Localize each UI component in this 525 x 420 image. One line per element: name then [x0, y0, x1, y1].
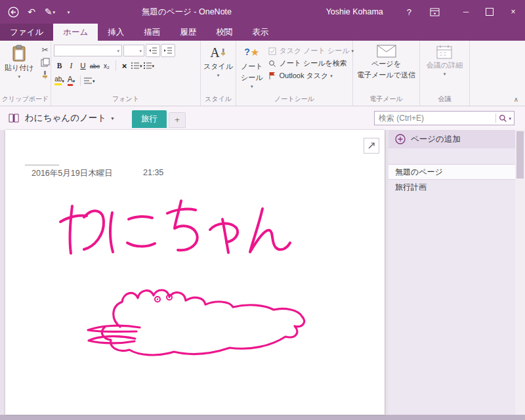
divider [80, 75, 81, 86]
tag-gallery-button[interactable]: ? ★ ノート シール ▾ [239, 43, 265, 94]
section-tab-travel[interactable]: 旅行 [132, 110, 167, 128]
increase-indent-icon [163, 47, 173, 54]
page-list-item-travel-plan[interactable]: 旅行計画 [388, 180, 515, 194]
help-button[interactable]: ? [407, 7, 411, 17]
add-page-label: ページの追加 [411, 134, 461, 145]
minimize-button[interactable]: ─ [454, 0, 478, 24]
undo-button[interactable]: ↶ [24, 4, 39, 20]
window-title: 無題のページ - OneNote [142, 7, 232, 18]
caret-down-icon: ▾ [53, 10, 56, 14]
task-checkbox-icon [268, 47, 278, 55]
underline-button[interactable]: U [77, 60, 89, 72]
increase-indent-button[interactable] [161, 44, 175, 57]
back-button[interactable] [5, 4, 21, 20]
envelope-icon [377, 45, 396, 58]
bottom-strip [0, 415, 525, 420]
italic-button[interactable]: I [66, 60, 77, 72]
search-icon [499, 114, 507, 123]
page-list-item-untitled[interactable]: 無題のページ [388, 165, 515, 180]
outlook-tasks-button[interactable]: Outlook タスク ▾ [268, 70, 354, 82]
group-label-meeting: 会議 [420, 94, 469, 106]
caret-down-icon: ▾ [509, 116, 511, 121]
highlight-button[interactable]: ab ▾ [54, 75, 65, 87]
flag-icon [268, 72, 278, 80]
tab-view[interactable]: 表示 [242, 24, 278, 41]
font-size-select[interactable]: ▾ [123, 45, 144, 56]
caret-down-icon: ▾ [140, 64, 142, 68]
email-page-button[interactable]: ページを 電子メールで送信 [355, 43, 417, 94]
tab-draw[interactable]: 描画 [134, 24, 170, 41]
tag-label-line1: ノート [241, 62, 263, 72]
tab-insert[interactable]: 挿入 [98, 24, 134, 41]
ribbon-group-styles: A スタイル ▾ スタイル [201, 41, 236, 106]
highlight-icon: ab [54, 76, 62, 85]
ribbon-group-email: ページを 電子メールで送信 電子メール [353, 41, 420, 106]
decrease-indent-button[interactable] [146, 44, 160, 57]
paragraph-alignment-button[interactable]: ▾ [83, 75, 95, 87]
decrease-indent-icon [148, 47, 158, 54]
page-canvas[interactable]: 2016年5月19日木曜日 21:35 わにちゃん [5, 130, 385, 415]
caret-down-icon: ▾ [139, 49, 142, 53]
tab-review[interactable]: 校閲 [206, 24, 242, 41]
ink-handwriting-wanichan [60, 201, 290, 253]
ribbon: 貼り付け ▾ ✂ クリップボ [0, 41, 525, 106]
vertical-scrollbar[interactable] [515, 130, 525, 415]
undo-icon: ↶ [28, 7, 35, 17]
meeting-details-label: 会議の詳細 [427, 61, 463, 70]
titlebar-right: Yoshie Kohama ? ─ × [326, 0, 525, 24]
caret-down-icon: ▾ [73, 79, 75, 83]
maximize-button[interactable] [478, 0, 501, 24]
font-color-icon: A [68, 75, 73, 86]
caret-down-icon: ▾ [93, 79, 95, 83]
left-margin [0, 130, 5, 415]
search-scope-button[interactable]: ▾ [496, 114, 514, 123]
touch-mouse-mode-button[interactable]: ✎ ▾ [42, 4, 58, 20]
numbered-list-button[interactable]: ▾ [143, 60, 155, 72]
format-painter-button[interactable] [39, 68, 52, 81]
tab-file[interactable]: ファイル [0, 24, 53, 41]
strikethrough-button[interactable]: abc [89, 60, 100, 72]
new-section-button[interactable]: + [169, 112, 186, 128]
bullet-list-icon [131, 62, 140, 70]
task-tag-button[interactable]: タスク ノート シール ▾ [268, 45, 354, 57]
notebook-dropdown[interactable]: わにちゃんのノート [25, 112, 106, 124]
search-box: ▾ [374, 111, 514, 125]
ribbon-group-meeting: 会議の詳細 ▾ 会議 [420, 41, 470, 106]
paste-button[interactable]: 貼り付け ▾ [3, 43, 36, 94]
styles-label: スタイル [203, 62, 233, 72]
close-button[interactable]: × [501, 0, 525, 24]
clear-formatting-button[interactable]: × [119, 60, 130, 72]
copy-button[interactable] [39, 56, 52, 68]
cut-button[interactable]: ✂ [39, 43, 52, 56]
bullet-list-button[interactable]: ▾ [131, 60, 142, 72]
font-name-select[interactable]: ▾ [54, 45, 122, 56]
meeting-details-button[interactable]: 会議の詳細 ▾ [425, 43, 465, 94]
caret-down-icon: ▾ [217, 73, 220, 77]
tab-home[interactable]: ホーム [53, 24, 98, 41]
calendar-icon [436, 45, 452, 59]
tab-history[interactable]: 履歴 [170, 24, 206, 41]
group-label-styles: スタイル [201, 94, 236, 106]
page-list: 無題のページ 旅行計画 [388, 164, 515, 194]
paste-label: 貼り付け [5, 64, 34, 73]
styles-button[interactable]: A スタイル ▾ [201, 43, 235, 94]
onenote-window: ↶ ✎ ▾ ▾ 無題のページ - OneNote Yoshie Kohama ?… [0, 0, 525, 420]
search-input[interactable] [375, 114, 495, 123]
section-tabs: 旅行 + [132, 106, 186, 130]
account-name[interactable]: Yoshie Kohama [326, 7, 383, 16]
font-color-button[interactable]: A ▾ [66, 75, 77, 87]
caret-down-icon: ▾ [330, 74, 333, 78]
qat-customize-button[interactable]: ▾ [60, 4, 76, 20]
add-page-button[interactable]: ページの追加 [388, 130, 515, 148]
find-tags-button[interactable]: ノート シールを検索 [268, 57, 354, 70]
ribbon-display-options-button[interactable] [430, 8, 440, 16]
ink-canvas [5, 130, 385, 415]
tag-label-line2: シール [241, 74, 263, 83]
subscript-button[interactable]: x₂ [101, 60, 112, 72]
find-tags-label: ノート シールを検索 [280, 58, 347, 68]
bold-button[interactable]: B [54, 60, 65, 72]
caret-down-icon: ▾ [62, 79, 64, 83]
clipboard-icon [12, 45, 26, 62]
collapse-ribbon-button[interactable]: ∧ [514, 96, 518, 103]
scrollbar-thumb[interactable] [516, 131, 524, 178]
